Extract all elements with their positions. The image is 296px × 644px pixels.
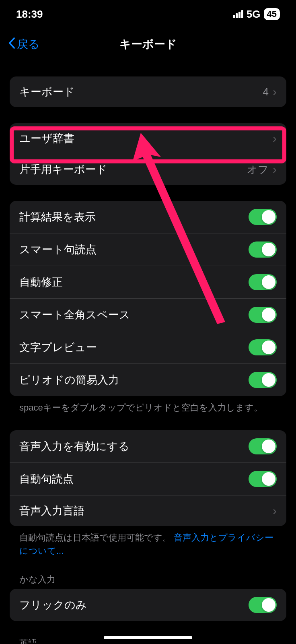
group-footer: 自動句読点は日本語で使用可能です。 音声入力とプライバシーについて... [10, 526, 286, 557]
row-label: フリックのみ [19, 598, 249, 612]
row-label: 片手用キーボード [19, 162, 247, 177]
toggle-switch[interactable] [249, 438, 277, 454]
group-footer: spaceキーをダブルタップでピリオドと空白を入力します。 [10, 396, 286, 414]
row-value: オフ [247, 163, 269, 177]
row-smart-fullwidth-space[interactable]: スマート全角スペース [10, 298, 286, 331]
chevron-left-icon [8, 37, 15, 52]
back-button[interactable]: 戻る [8, 37, 40, 52]
row-label: 文字プレビュー [19, 340, 249, 355]
row-label: キーボード [19, 85, 263, 99]
toggle-switch[interactable] [249, 307, 277, 323]
settings-group-kana: フリックのみ [10, 589, 286, 621]
row-label: 計算結果を表示 [19, 210, 249, 224]
settings-group-dictionary: ユーザ辞書 › 片手用キーボード オフ › [10, 123, 286, 185]
chevron-right-icon: › [273, 504, 277, 518]
battery-icon: 45 [264, 8, 280, 20]
settings-group-typing: 計算結果を表示 スマート句読点 自動修正 スマート全角スペース 文字プレビュー … [10, 201, 286, 396]
row-auto-punctuation[interactable]: 自動句読点 [10, 462, 286, 495]
row-auto-correction[interactable]: 自動修正 [10, 266, 286, 298]
toggle-switch[interactable] [249, 597, 277, 613]
home-indicator[interactable] [104, 636, 192, 639]
row-label: ユーザ辞書 [19, 131, 273, 146]
toggle-switch[interactable] [249, 471, 277, 487]
toggle-switch[interactable] [249, 242, 277, 258]
chevron-right-icon: › [273, 163, 277, 176]
footer-text-pre: 自動句読点は日本語で使用可能です。 [19, 533, 174, 543]
status-bar: 18:39 5G 45 [0, 0, 296, 28]
section-header-kana: かな入力 [10, 557, 286, 589]
toggle-switch[interactable] [249, 209, 277, 225]
row-label: スマート句読点 [19, 242, 249, 257]
row-flick-only[interactable]: フリックのみ [10, 589, 286, 621]
toggle-switch[interactable] [249, 339, 277, 355]
toggle-switch[interactable] [249, 274, 277, 290]
status-time: 18:39 [16, 8, 43, 21]
section-header-english: 英語 [10, 621, 286, 644]
chevron-right-icon: › [273, 85, 277, 99]
settings-group-dictation: 音声入力を有効にする 自動句読点 音声入力言語 › [10, 430, 286, 526]
row-smart-punctuation[interactable]: スマート句読点 [10, 233, 286, 266]
row-label: 自動修正 [19, 275, 249, 289]
row-enable-dictation[interactable]: 音声入力を有効にする [10, 430, 286, 462]
nav-bar: 戻る キーボード [0, 28, 296, 60]
row-label: 音声入力言語 [19, 504, 273, 518]
row-one-handed-keyboard[interactable]: 片手用キーボード オフ › [10, 154, 286, 185]
chevron-right-icon: › [273, 132, 277, 145]
row-label: 音声入力を有効にする [19, 439, 249, 454]
row-label: ピリオドの簡易入力 [19, 373, 249, 387]
settings-group-keyboards: キーボード 4 › [10, 76, 286, 107]
row-label: 自動句読点 [19, 472, 249, 486]
row-period-shortcut[interactable]: ピリオドの簡易入力 [10, 363, 286, 396]
row-user-dictionary[interactable]: ユーザ辞書 › [10, 123, 286, 154]
row-dictation-languages[interactable]: 音声入力言語 › [10, 495, 286, 526]
back-label: 戻る [17, 37, 40, 52]
row-show-calc-results[interactable]: 計算結果を表示 [10, 201, 286, 233]
row-label: スマート全角スペース [19, 308, 249, 322]
toggle-switch[interactable] [249, 372, 277, 388]
row-character-preview[interactable]: 文字プレビュー [10, 331, 286, 363]
row-value: 4 [263, 86, 269, 98]
page-title: キーボード [119, 37, 177, 52]
cellular-signal-icon [233, 10, 243, 18]
network-label: 5G [247, 8, 261, 21]
row-keyboards[interactable]: キーボード 4 › [10, 76, 286, 107]
status-right: 5G 45 [233, 8, 280, 21]
